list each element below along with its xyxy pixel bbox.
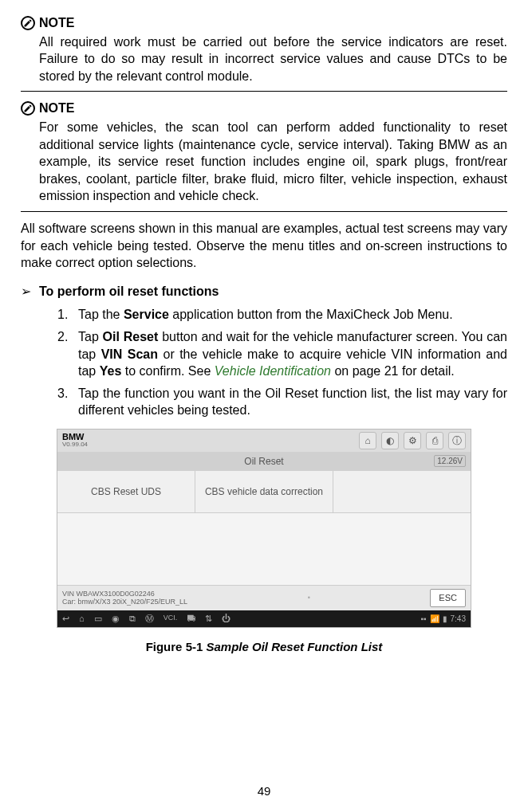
note-header: NOTE bbox=[21, 14, 507, 32]
function-cbs-reset[interactable]: CBS Reset UDS bbox=[57, 471, 195, 512]
center-marker: • bbox=[308, 593, 310, 602]
step-text: Tap the Service application button from … bbox=[78, 308, 453, 321]
print-icon[interactable]: ⎙ bbox=[426, 432, 443, 449]
cross-reference-link[interactable]: Vehicle Identification bbox=[215, 364, 331, 378]
step-2: 2. Tap Oil Reset button and wait for the… bbox=[57, 328, 507, 380]
toolbar-icons: ⌂ ◐ ⚙ ⎙ ⓘ bbox=[359, 432, 466, 449]
embedded-screenshot: BMW V0.99.04 ⌂ ◐ ⚙ ⎙ ⓘ Oil Reset 12.26V … bbox=[57, 429, 471, 628]
home-icon[interactable]: ⌂ bbox=[79, 613, 85, 625]
app-icon[interactable]: Ⓜ bbox=[145, 613, 154, 625]
settings-icon[interactable]: ⚙ bbox=[404, 432, 421, 449]
info-paragraph: All software screens shown in this manua… bbox=[21, 220, 507, 272]
pencil-circle-icon bbox=[21, 16, 35, 30]
system-bar: ↩ ⌂ ▭ ◉ ⧉ Ⓜ VCI. ⛟ ⇅ ⏻ ▪▪ 📶 ▮ 7:43 bbox=[57, 610, 471, 627]
step-3: 3. Tap the function you want in the Oil … bbox=[57, 385, 507, 419]
esc-button[interactable]: ESC bbox=[430, 589, 466, 607]
tablet-top-bar: BMW V0.99.04 ⌂ ◐ ⚙ ⎙ ⓘ bbox=[57, 430, 471, 452]
step-1: 1. Tap the Service application button fr… bbox=[57, 306, 507, 324]
recent-icon[interactable]: ▭ bbox=[94, 613, 102, 625]
car-icon[interactable]: ⛟ bbox=[187, 613, 195, 625]
step-text: Tap the function you want in the Oil Res… bbox=[78, 386, 507, 418]
figure-caption: Figure 5-1 Sample Oil Reset Function Lis… bbox=[21, 639, 507, 655]
step-number: 3. bbox=[57, 385, 68, 402]
vin-text: VIN WBAWX3100D0G02246 bbox=[62, 590, 187, 598]
home-icon[interactable]: ⌂ bbox=[359, 432, 376, 449]
tablet-frame: BMW V0.99.04 ⌂ ◐ ⚙ ⎙ ⓘ Oil Reset 12.26V … bbox=[57, 429, 471, 628]
step-text: Tap Oil Reset button and wait for the ve… bbox=[78, 330, 507, 378]
browser-icon[interactable]: ◉ bbox=[112, 613, 120, 625]
wifi-icon: 📶 bbox=[430, 614, 439, 625]
info-icon[interactable]: ⓘ bbox=[448, 432, 466, 449]
battery-icon: ▮ bbox=[443, 614, 447, 625]
page-number: 49 bbox=[0, 783, 528, 799]
divider bbox=[21, 211, 507, 212]
arrow-icon: ➢ bbox=[21, 283, 31, 300]
power-icon[interactable]: ⏻ bbox=[222, 613, 231, 625]
brand-info: BMW V0.99.04 bbox=[62, 432, 88, 449]
note-label: NOTE bbox=[39, 100, 74, 117]
vehicle-info: VIN WBAWX3100D0G02246 Car: bmw/X/X3 20iX… bbox=[62, 590, 187, 607]
figure-title: Sample Oil Reset Function List bbox=[203, 640, 382, 653]
clock: 7:43 bbox=[451, 614, 466, 625]
function-row: CBS Reset UDS CBS vehicle data correctio… bbox=[57, 471, 471, 513]
function-empty bbox=[333, 471, 471, 512]
screenshot-icon[interactable]: ⧉ bbox=[129, 613, 136, 625]
divider bbox=[21, 91, 507, 92]
screen-title-bar: Oil Reset 12.26V bbox=[57, 452, 471, 471]
procedure-title: To perform oil reset functions bbox=[39, 283, 219, 300]
info-row: VIN WBAWX3100D0G02246 Car: bmw/X/X3 20iX… bbox=[57, 585, 471, 610]
note-label: NOTE bbox=[39, 14, 74, 32]
procedure-heading: ➢ To perform oil reset functions bbox=[21, 283, 507, 300]
pencil-circle-icon bbox=[21, 101, 35, 116]
link-icon[interactable]: ⇅ bbox=[205, 613, 212, 625]
note-block-1: NOTE All required work must be carried o… bbox=[21, 14, 507, 92]
figure-number: Figure 5-1 bbox=[146, 640, 203, 653]
sys-status: ▪▪ 📶 ▮ 7:43 bbox=[420, 614, 466, 625]
note-body-1: All required work must be carried out be… bbox=[21, 33, 507, 85]
step-number: 2. bbox=[57, 328, 68, 346]
vci-icon[interactable]: VCI. bbox=[164, 613, 178, 625]
sys-icons: ↩ ⌂ ▭ ◉ ⧉ Ⓜ VCI. ⛟ ⇅ ⏻ bbox=[62, 613, 231, 625]
note-header: NOTE bbox=[21, 100, 507, 117]
step-number: 1. bbox=[57, 306, 68, 324]
voltage-badge: 12.26V bbox=[434, 455, 466, 468]
steps-list: 1. Tap the Service application button fr… bbox=[21, 306, 507, 419]
status-dots: ▪▪ bbox=[420, 614, 426, 625]
screen-title: Oil Reset bbox=[244, 456, 283, 467]
gauge-icon[interactable]: ◐ bbox=[381, 432, 399, 449]
work-area bbox=[57, 513, 471, 585]
back-icon[interactable]: ↩ bbox=[62, 613, 69, 625]
car-text: Car: bmw/X/X3 20iX_N20/F25/EUR_LL bbox=[62, 598, 187, 606]
function-cbs-correction[interactable]: CBS vehicle data correction bbox=[195, 471, 333, 512]
note-block-2: NOTE For some vehicles, the scan tool ca… bbox=[21, 100, 507, 212]
version-text: V0.99.04 bbox=[62, 441, 88, 449]
note-body-2: For some vehicles, the scan tool can per… bbox=[21, 119, 507, 205]
